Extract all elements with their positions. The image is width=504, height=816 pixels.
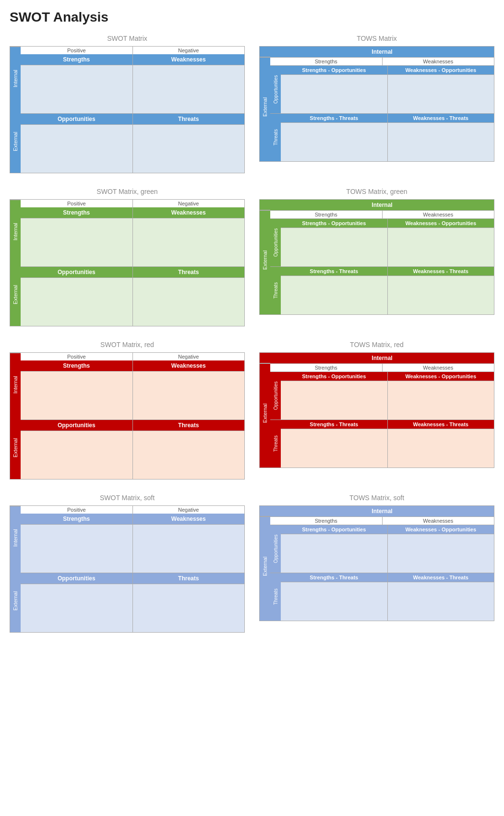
swot-negative-header-red: Negative [132,353,245,360]
tows-so-label-green: Strengths - Opportunities [281,219,387,228]
tows-st-label-red: Strengths - Threats [281,420,387,429]
swot-label-row2-soft: Opportunities Threats [21,573,244,584]
tows-matrix-soft: External Internal Strengths Weaknesses O… [259,505,494,621]
page-title: SWOT Analysis [10,10,494,25]
tows-opportunities-section-blue: Opportunities Strengths - Opportunities … [270,65,494,113]
swot-weaknesses-label-red: Weaknesses [132,360,245,371]
tows-st-content-blue [281,123,387,161]
tows-grid-soft: Internal Strengths Weaknesses Opportunit… [270,506,494,621]
tows-section-green: TOWS Matrix, green External Internal Str… [259,188,494,326]
tows-opp-label-row-soft: Strengths - Opportunities Weaknesses - O… [281,525,494,534]
tows-wo-content-red [387,381,494,420]
tows-grid-blue: Internal Strengths Weaknesses Opportunit… [270,47,494,161]
tows-st-content-soft [281,582,387,621]
swot-opportunities-content-green [21,278,132,326]
tows-side-labels-red: External [260,353,270,468]
swot-opportunities-label-blue: Opportunities [21,114,132,124]
tows-wo-label-red: Weaknesses - Opportunities [387,372,494,381]
swot-strengths-content-red [21,372,132,420]
tows-col-weaknesses-blue: Weaknesses [382,58,494,65]
swot-weaknesses-content-soft [132,525,245,573]
tows-threats-section-blue: Threats Strengths - Threats Weaknesses -… [270,113,494,161]
tows-section-soft: TOWS Matrix, soft External Internal Stre… [259,494,494,633]
tows-thr-label-blue: Threats [270,114,281,161]
swot-content-row1-blue [21,65,244,113]
swot-content-row1-red [21,371,244,420]
tows-thr-label-row-green: Strengths - Threats Weaknesses - Threats [281,266,494,276]
tows-thr-cells-red: Strengths - Threats Weaknesses - Threats [281,420,494,468]
swot-negative-header-blue: Negative [132,47,245,54]
tows-external-label-blue: External [260,57,270,156]
swot-weaknesses-label-green: Weaknesses [132,207,245,218]
swot-side-labels-soft: Internal External [10,506,21,632]
tows-col-weaknesses-soft: Weaknesses [382,517,494,525]
swot-title-red: SWOT Matrix, red [100,341,154,348]
swot-title-blue: SWOT Matrix [107,35,147,42]
tows-col-strengths-green: Strengths [270,211,382,218]
swot-internal-label-soft: Internal [10,506,21,569]
tows-opp-content-row-red [281,381,494,420]
swot-weaknesses-content-blue [132,65,245,113]
tows-threats-section-green: Threats Strengths - Threats Weaknesses -… [270,266,494,314]
tows-st-label-soft: Strengths - Threats [281,573,387,582]
tows-opp-label-soft: Opportunities [270,525,281,573]
swot-header-row-blue: Positive Negative [21,47,244,54]
swot-strengths-content-blue [21,65,132,113]
swot-opportunities-label-soft: Opportunities [21,573,132,584]
swot-content-row2-soft [21,584,244,632]
matrix-row-red: SWOT Matrix, red Internal External Posit… [10,341,494,480]
swot-section-red: SWOT Matrix, red Internal External Posit… [10,341,245,480]
tows-opp-cells-blue: Strengths - Opportunities Weaknesses - O… [281,65,494,113]
tows-col-weaknesses-red: Weaknesses [382,364,494,372]
tows-opp-label-blue: Opportunities [270,66,281,113]
tows-st-label-blue: Strengths - Threats [281,114,387,122]
swot-header-row-green: Positive Negative [21,200,244,207]
tows-so-content-red [281,381,387,420]
tows-thr-label-soft: Threats [270,573,281,621]
swot-negative-header-green: Negative [132,200,245,207]
tows-opp-label-row-red: Strengths - Opportunities Weaknesses - O… [281,372,494,381]
tows-col-headers-blue: Strengths Weaknesses [270,57,494,65]
tows-wt-content-red [387,429,494,468]
swot-weaknesses-content-red [132,372,245,420]
swot-threats-label-blue: Threats [132,114,245,124]
matrix-row-blue: SWOT Matrix Internal External Positive N… [10,35,494,173]
tows-opp-row-label-green: Opportunities [270,218,281,266]
tows-wt-content-blue [387,123,494,161]
swot-strengths-label-blue: Strengths [21,54,132,65]
swot-opportunities-content-soft [21,584,132,632]
tows-thr-row-label-blue: Threats [270,113,281,161]
swot-header-row-soft: Positive Negative [21,506,244,514]
swot-negative-header-soft: Negative [132,506,245,514]
swot-internal-label-blue: Internal [10,47,21,110]
swot-grid-red: Positive Negative Strengths Weaknesses O… [21,353,244,479]
tows-opp-content-row-green [281,228,494,266]
swot-internal-label-red: Internal [10,353,21,416]
tows-so-label-blue: Strengths - Opportunities [281,66,387,74]
tows-side-labels-blue: External [260,47,270,161]
tows-col-headers-red: Strengths Weaknesses [270,363,494,372]
tows-title-blue: TOWS Matrix [357,35,397,42]
tows-thr-label-green: Threats [270,267,281,314]
tows-matrix-green: External Internal Strengths Weaknesses O… [259,199,494,315]
tows-wt-label-soft: Weaknesses - Threats [387,573,494,582]
tows-col-strengths-blue: Strengths [270,58,382,65]
tows-so-content-green [281,228,387,266]
tows-internal-header-green: Internal [270,200,494,210]
swot-matrix-blue: Internal External Positive Negative Stre… [10,46,245,173]
tows-wo-content-green [387,228,494,266]
tows-opp-cells-red: Strengths - Opportunities Weaknesses - O… [281,372,494,420]
swot-label-row1-soft: Strengths Weaknesses [21,514,244,524]
tows-thr-label-row-red: Strengths - Threats Weaknesses - Threats [281,420,494,429]
tows-matrix-blue: External Internal Strengths Weaknesses O… [259,46,494,162]
tows-wo-label-blue: Weaknesses - Opportunities [387,66,494,74]
swot-external-label-blue: External [10,110,21,173]
swot-threats-content-red [132,431,245,479]
tows-thr-content-row-green [281,276,494,314]
swot-matrix-red: Internal External Positive Negative Stre… [10,352,245,480]
tows-wt-content-soft [387,582,494,621]
tows-title-green: TOWS Matrix, green [346,188,407,195]
swot-threats-content-soft [132,584,245,632]
tows-wo-label-soft: Weaknesses - Opportunities [387,525,494,534]
tows-threats-section-red: Threats Strengths - Threats Weaknesses -… [270,420,494,468]
